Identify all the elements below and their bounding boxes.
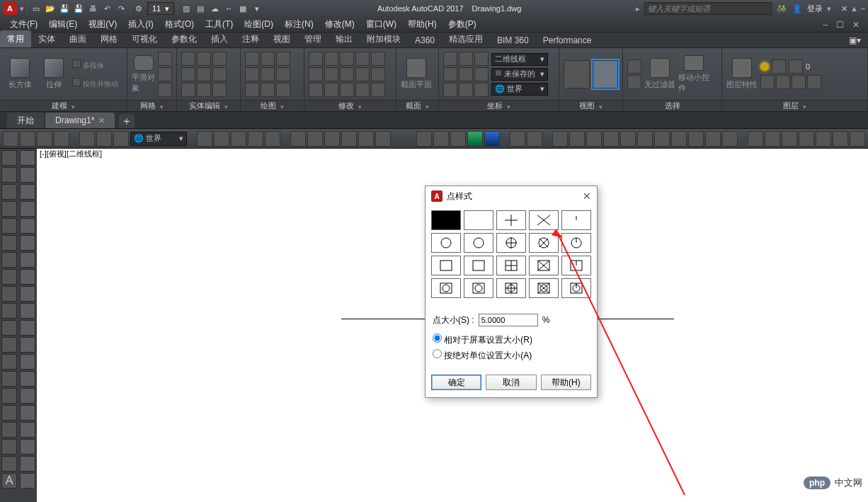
menu-modify[interactable]: 修改(M)	[319, 18, 360, 30]
aux-tool[interactable]	[96, 131, 112, 147]
menu-window[interactable]: 窗口(W)	[360, 18, 402, 30]
add-tab-button[interactable]: ＋	[119, 114, 135, 128]
ucs-tool[interactable]	[443, 67, 457, 81]
help-button[interactable]: 帮助(H)	[541, 375, 591, 390]
aux-tool[interactable]	[586, 131, 602, 147]
tool-icon[interactable]	[1, 422, 17, 438]
zoom-icon[interactable]	[307, 131, 323, 147]
dim-icon[interactable]	[1, 388, 17, 404]
tool-icon[interactable]	[20, 388, 35, 404]
ptstyle-4[interactable]	[561, 210, 591, 230]
redo-icon[interactable]: ↷	[115, 3, 127, 14]
sel-tool[interactable]	[627, 59, 641, 74]
draw-tool[interactable]	[245, 67, 259, 81]
mod-tool[interactable]	[355, 52, 370, 66]
doc-tab-start[interactable]: 开始	[7, 113, 44, 128]
pan-icon[interactable]	[290, 131, 306, 147]
tab-visual[interactable]: 可视化	[125, 30, 164, 47]
ucs-tool[interactable]	[459, 83, 473, 97]
dialog-close-icon[interactable]: ✕	[583, 190, 591, 202]
presspull-button[interactable]: 按住并拖动	[72, 78, 118, 89]
se-tool[interactable]	[197, 52, 211, 66]
aux-tool[interactable]	[603, 131, 619, 147]
aux-tool[interactable]	[3, 131, 18, 147]
open-icon[interactable]: 📂	[45, 3, 56, 14]
tab-manage[interactable]: 管理	[297, 30, 329, 47]
tool-icon[interactable]	[20, 184, 35, 200]
mod-tool[interactable]	[324, 67, 338, 81]
mdi-minimize-icon[interactable]: –	[818, 20, 832, 30]
login-link[interactable]: 登录	[807, 4, 823, 14]
aux-tool[interactable]	[688, 131, 704, 147]
tab-param[interactable]: 参数化	[164, 30, 204, 47]
mesh-tool[interactable]	[158, 67, 172, 81]
ok-button[interactable]: 确定	[431, 375, 481, 390]
ptstyle-17[interactable]	[496, 278, 526, 298]
gizmo-button[interactable]: 移动小控件	[678, 55, 709, 93]
mesh-tool[interactable]	[158, 52, 172, 66]
aux-tool[interactable]	[705, 131, 721, 147]
tab-insert[interactable]: 插入	[204, 30, 235, 47]
minimize-icon[interactable]: –	[861, 4, 865, 13]
aux-tool[interactable]	[231, 131, 246, 147]
se-tool[interactable]	[181, 83, 195, 97]
leader-icon[interactable]	[1, 405, 17, 421]
se-tool[interactable]	[197, 67, 211, 81]
mod-tool[interactable]	[355, 67, 370, 81]
ptstyle-1[interactable]	[464, 210, 493, 230]
ribbon-collapse-icon[interactable]: ▣▾	[842, 33, 868, 47]
visual-style-combo[interactable]: 二维线框▾	[491, 53, 548, 66]
menu-param[interactable]: 参数(P)	[442, 18, 482, 30]
ptstyle-14[interactable]	[561, 256, 591, 275]
tool-icon[interactable]	[20, 201, 35, 217]
aux-tool[interactable]	[637, 131, 653, 147]
aux-tool[interactable]	[569, 131, 585, 147]
arc-icon[interactable]	[1, 184, 17, 200]
ptstyle-2[interactable]	[496, 210, 526, 230]
tool-icon[interactable]	[20, 337, 35, 353]
smooth-button[interactable]: 平滑对象	[132, 55, 155, 93]
menu-file[interactable]: 文件(F)	[4, 18, 43, 30]
plot-icon[interactable]: 🖶	[87, 3, 98, 14]
qat-icon[interactable]: ▦	[237, 3, 249, 14]
ptstyle-18[interactable]	[529, 278, 559, 298]
line-icon[interactable]	[1, 150, 17, 166]
infocenter-icon[interactable]: 👬	[776, 3, 787, 14]
user-icon[interactable]: 👤	[792, 3, 803, 14]
aux-tool[interactable]	[816, 131, 831, 147]
aux-tool[interactable]	[765, 131, 780, 147]
draw-tool[interactable]	[245, 52, 259, 66]
tab-view[interactable]: 视图	[266, 30, 297, 47]
draw-tool[interactable]	[276, 67, 290, 81]
tool-icon[interactable]	[20, 354, 35, 370]
mod-tool[interactable]	[371, 52, 385, 66]
tab-output[interactable]: 输出	[329, 30, 360, 47]
ucs-tool[interactable]	[474, 83, 489, 97]
mod-tool[interactable]	[324, 83, 338, 97]
point-icon[interactable]	[1, 286, 17, 302]
aux-tool[interactable]	[113, 131, 129, 147]
aux-tool[interactable]	[450, 131, 466, 147]
aux-ucs-combo[interactable]: 🌐 世界▾	[130, 132, 187, 146]
aux-tool[interactable]	[527, 131, 542, 147]
menu-format[interactable]: 格式(O)	[159, 18, 200, 30]
aux-tool[interactable]	[782, 131, 797, 147]
ptstyle-16[interactable]	[464, 278, 493, 298]
workspace-selector[interactable]: 11 ▾	[147, 2, 174, 15]
aux-tool[interactable]	[722, 131, 738, 147]
tab-anno[interactable]: 注释	[235, 30, 266, 47]
tool-icon[interactable]	[20, 405, 35, 421]
se-tool[interactable]	[181, 52, 195, 66]
mdi-restore-icon[interactable]: ☐	[832, 20, 848, 30]
mesh-tool[interactable]	[158, 83, 172, 97]
mod-tool[interactable]	[355, 83, 370, 97]
aux-tool[interactable]	[620, 131, 636, 147]
draw-tool[interactable]	[261, 83, 275, 97]
menu-draw[interactable]: 绘图(D)	[239, 18, 279, 30]
menu-dim[interactable]: 标注(N)	[279, 18, 319, 30]
tab-addons[interactable]: 附加模块	[360, 30, 408, 47]
tool-icon[interactable]	[20, 286, 35, 302]
se-tool[interactable]	[212, 67, 227, 81]
mdi-close-icon[interactable]: ✕	[848, 20, 864, 30]
layer-tool[interactable]	[807, 75, 821, 89]
